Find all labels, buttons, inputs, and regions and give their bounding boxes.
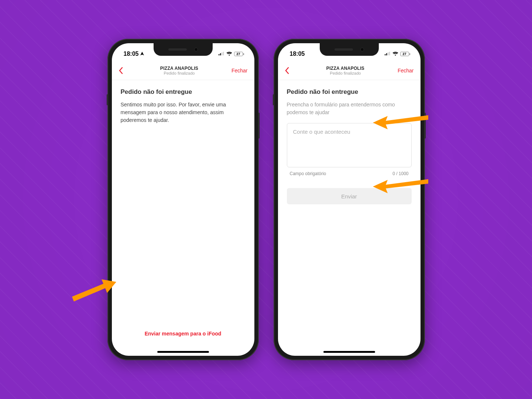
wifi-icon: [226, 51, 232, 57]
close-button[interactable]: Fechar: [395, 68, 414, 74]
annotation-arrow-icon: [72, 276, 116, 302]
battery-icon: 27: [400, 52, 410, 56]
svg-marker-9: [373, 115, 428, 129]
screen-right: 18:05 27: [278, 43, 421, 356]
svg-rect-0: [219, 54, 219, 55]
svg-marker-8: [72, 279, 116, 301]
annotation-arrow-icon: [373, 112, 428, 134]
close-button[interactable]: Fechar: [229, 68, 248, 74]
svg-marker-10: [373, 179, 428, 193]
home-indicator[interactable]: [157, 351, 209, 353]
nav-title: PIZZA ANAPOLIS: [296, 66, 395, 71]
back-button[interactable]: [119, 67, 130, 74]
body-text: Sentimos muito por isso. Por favor, envi…: [121, 101, 246, 124]
svg-rect-7: [389, 52, 390, 55]
nav-bar: PIZZA ANAPOLIS Pedido finalizado Fechar: [278, 61, 421, 80]
notch: [154, 43, 213, 56]
send-message-link[interactable]: Enviar mensagem para o iFood: [121, 331, 246, 348]
screen-left: 18:05 27: [112, 43, 254, 356]
battery-icon: 27: [234, 52, 244, 56]
location-icon: [140, 51, 144, 57]
wifi-icon: [392, 51, 398, 57]
nav-subtitle: Pedido finalizado: [296, 71, 395, 75]
phone-mockup-left: 18:05 27: [107, 39, 259, 360]
annotation-arrow-icon: [373, 175, 428, 198]
svg-rect-1: [220, 53, 221, 55]
nav-bar: PIZZA ANAPOLIS Pedido finalizado Fechar: [112, 61, 254, 80]
cellular-icon: [385, 51, 391, 57]
back-button[interactable]: [285, 67, 296, 74]
cellular-icon: [219, 51, 224, 57]
svg-rect-2: [222, 52, 222, 55]
status-time: 18:05: [290, 51, 305, 57]
notch: [320, 43, 379, 56]
svg-rect-6: [388, 52, 388, 55]
nav-subtitle: Pedido finalizado: [130, 71, 229, 75]
home-indicator[interactable]: [323, 351, 375, 353]
phone-mockup-right: 18:05 27: [274, 39, 425, 360]
svg-rect-5: [386, 53, 387, 55]
page-heading: Pedido não foi entregue: [121, 88, 246, 96]
page-heading: Pedido não foi entregue: [287, 88, 412, 96]
required-label: Campo obrigatório: [290, 171, 326, 176]
nav-title: PIZZA ANAPOLIS: [130, 66, 229, 71]
svg-rect-3: [223, 52, 224, 55]
svg-rect-4: [385, 54, 385, 55]
status-time: 18:05: [124, 51, 139, 57]
